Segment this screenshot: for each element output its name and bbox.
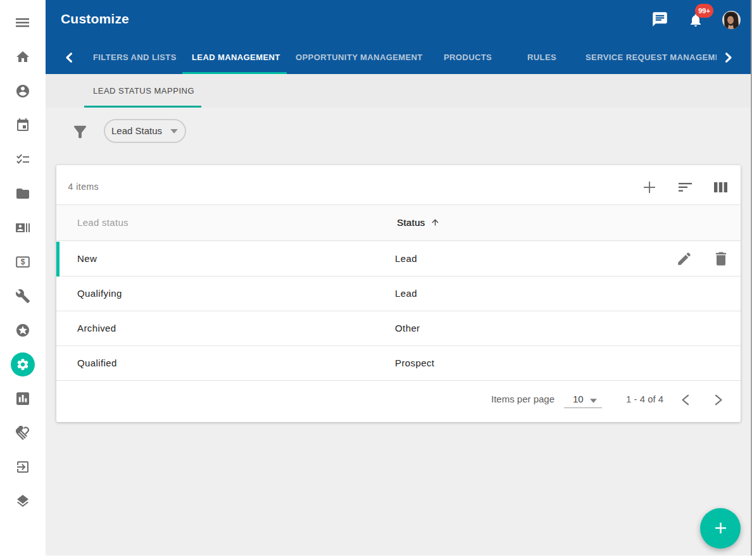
svg-text:$: $ — [21, 258, 25, 266]
